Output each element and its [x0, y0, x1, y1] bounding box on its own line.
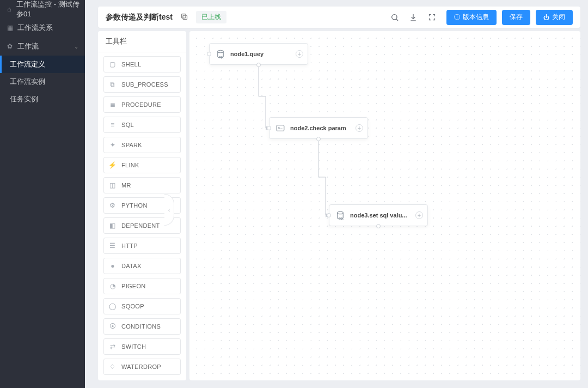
- nav-item-workflow[interactable]: ✿ 工作流 ⌄: [0, 37, 85, 56]
- relation-icon: ▦: [5, 23, 14, 32]
- waterdrop-icon: ♢: [108, 362, 117, 371]
- tool-label: CONDITIONS: [121, 323, 161, 330]
- sql-icon: SQL: [215, 48, 226, 59]
- sql-icon: SQL: [335, 210, 346, 221]
- tool-label: PIGEON: [121, 283, 146, 289]
- nav-item-relation[interactable]: ▦ 工作流关系: [0, 19, 85, 37]
- node-label: node3.set sql valu...: [350, 212, 407, 219]
- http-icon: ☰: [108, 241, 117, 250]
- node-port-in[interactable]: [267, 126, 271, 130]
- info-icon: ⓘ: [454, 13, 460, 21]
- spark-icon: ✦: [108, 141, 117, 149]
- svg-rect-0: [183, 15, 187, 20]
- tool-item-sub_process[interactable]: ⧉SUB_PROCESS: [103, 76, 181, 93]
- svg-text:SQL: SQL: [219, 56, 224, 59]
- sqoop-icon: ◯: [108, 302, 117, 311]
- nav-label: 工作流: [17, 41, 39, 51]
- fullscreen-icon[interactable]: [427, 13, 437, 22]
- nav-label: 工作流关系: [17, 23, 53, 33]
- nav-label: 工作流定义: [10, 59, 45, 69]
- node-port-in[interactable]: [327, 213, 331, 217]
- copy-icon[interactable]: [180, 13, 188, 22]
- datax-icon: ●: [108, 262, 117, 270]
- button-label: 版本信息: [463, 13, 489, 22]
- tool-item-sqoop[interactable]: ◯SQOOP: [103, 298, 181, 314]
- nav-item-monitor[interactable]: ⌂ 工作流监控 - 测试传参01: [0, 0, 85, 19]
- tool-label: PYTHON: [121, 202, 148, 209]
- workflow-node-n1[interactable]: SQLnode1.quey+: [209, 43, 308, 65]
- node-add-icon[interactable]: +: [356, 124, 363, 132]
- node-port-out[interactable]: [256, 63, 261, 67]
- tool-label: HTTP: [121, 242, 138, 249]
- version-button[interactable]: ⓘ 版本信息: [446, 10, 497, 25]
- tool-item-spark[interactable]: ✦SPARK: [103, 137, 181, 153]
- svg-rect-8: [277, 125, 284, 131]
- tool-label: SUB_PROCESS: [121, 81, 168, 88]
- tool-item-pigeon[interactable]: ◔PIGEON: [103, 278, 181, 294]
- svg-point-6: [218, 50, 224, 53]
- tool-label: SPARK: [121, 142, 142, 148]
- tool-item-conditions[interactable]: ⦿CONDITIONS: [103, 318, 181, 335]
- close-button[interactable]: ⏻ 关闭: [536, 10, 573, 25]
- shell-icon: [275, 123, 286, 134]
- svg-line-3: [396, 19, 398, 20]
- pigeon-icon: ◔: [108, 282, 117, 290]
- node-port-out[interactable]: [316, 137, 321, 141]
- tool-label: MR: [121, 182, 131, 189]
- tool-item-waterdrop[interactable]: ♢WATERDROP: [103, 359, 181, 375]
- page-title: 参数传递及判断test: [106, 13, 173, 22]
- mr-icon: ◫: [108, 181, 117, 190]
- nav-item-workflow-define[interactable]: 工作流定义: [0, 56, 85, 73]
- download-icon[interactable]: [408, 13, 418, 22]
- collapse-sidebar-tab[interactable]: ‹: [164, 194, 174, 226]
- switch-icon: ⇄: [108, 342, 117, 351]
- tool-label: PROCEDURE: [121, 101, 161, 108]
- home-icon: ⌂: [5, 5, 13, 14]
- tool-label: FLINK: [121, 162, 139, 168]
- tool-item-flink[interactable]: ⚡FLINK: [103, 157, 181, 173]
- nav-item-task-instance[interactable]: 任务实例: [0, 90, 85, 108]
- node-port-in[interactable]: [207, 52, 211, 56]
- tool-label: SQOOP: [121, 303, 144, 310]
- tool-label: DEPENDENT: [121, 222, 160, 229]
- nav-label: 任务实例: [10, 94, 38, 104]
- nav-label: 工作流实例: [10, 77, 45, 87]
- workflow-node-n2[interactable]: node2.check param+: [269, 117, 368, 139]
- tool-item-mr[interactable]: ◫MR: [103, 177, 181, 193]
- button-label: 关闭: [552, 13, 565, 22]
- shell-icon: ▢: [108, 60, 117, 69]
- toolbox-title: 工具栏: [98, 31, 186, 52]
- tool-item-datax[interactable]: ●DATAX: [103, 258, 181, 274]
- tool-label: WATERDROP: [121, 363, 161, 370]
- save-button[interactable]: 保存: [502, 10, 530, 25]
- flink-icon: ⚡: [108, 161, 117, 169]
- sidebar: ⌂ 工作流监控 - 测试传参01 ▦ 工作流关系 ✿ 工作流 ⌄ 工作流定义 工…: [0, 0, 85, 388]
- workflow-node-n3[interactable]: SQLnode3.set sql valu...+: [329, 204, 428, 226]
- tool-label: SHELL: [121, 61, 141, 68]
- tool-item-switch[interactable]: ⇄SWITCH: [103, 338, 181, 355]
- tool-item-procedure[interactable]: ≣PROCEDURE: [103, 96, 181, 113]
- python-icon: ⚙: [108, 201, 117, 210]
- node-port-out[interactable]: [376, 224, 381, 228]
- nav-item-workflow-instance[interactable]: 工作流实例: [0, 73, 85, 90]
- svg-rect-1: [181, 14, 186, 18]
- button-label: 保存: [510, 13, 523, 22]
- sql-icon: ≡: [108, 120, 117, 129]
- header-bar: 参数传递及判断test 已上线 ⓘ 版本信息 保存 ⏻ 关闭: [98, 7, 580, 28]
- workflow-canvas[interactable]: SQLnode1.quey+node2.check param+SQLnode3…: [189, 31, 580, 380]
- chevron-down-icon: ⌄: [74, 44, 78, 50]
- svg-point-9: [338, 211, 344, 214]
- tool-item-sql[interactable]: ≡SQL: [103, 117, 181, 133]
- sub_process-icon: ⧉: [108, 80, 117, 89]
- dependent-icon: ◧: [108, 221, 117, 230]
- tool-item-shell[interactable]: ▢SHELL: [103, 56, 181, 72]
- node-add-icon[interactable]: +: [415, 211, 423, 219]
- tool-label: SWITCH: [121, 343, 146, 350]
- tool-item-http[interactable]: ☰HTTP: [103, 238, 181, 254]
- search-icon[interactable]: [390, 13, 400, 22]
- node-label: node1.quey: [230, 51, 264, 57]
- status-badge: 已上线: [196, 11, 226, 23]
- tool-label: SQL: [121, 122, 134, 128]
- power-icon: ⏻: [543, 14, 549, 21]
- node-add-icon[interactable]: +: [296, 50, 303, 58]
